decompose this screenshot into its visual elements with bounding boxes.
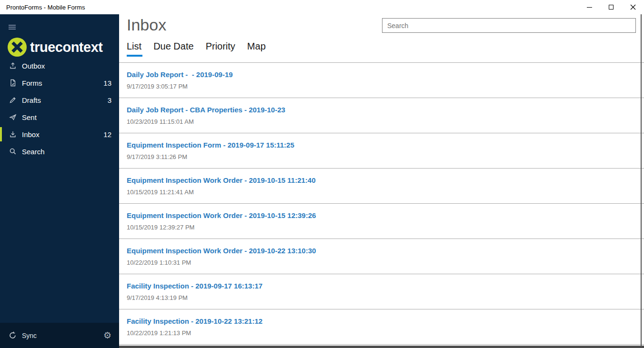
download-icon bbox=[9, 130, 17, 139]
inbox-list-item[interactable]: Equipment Inspection Form - 2019-09-17 1… bbox=[119, 133, 644, 169]
sidebar-item-sent[interactable]: Sent bbox=[0, 109, 119, 126]
form-timestamp: 9/17/2019 3:05:17 PM bbox=[127, 83, 644, 90]
form-title[interactable]: Facility Inspection - 2019-09-17 16:13:1… bbox=[127, 282, 644, 290]
form-title[interactable]: Daily Job Report - - 2019-09-19 bbox=[127, 70, 644, 79]
sidebar-item-inbox[interactable]: Inbox 12 bbox=[0, 126, 119, 143]
sidebar-item-forms[interactable]: Forms 13 bbox=[0, 74, 119, 91]
inbox-list-item[interactable]: Daily Job Report - - 2019-09-19 9/17/201… bbox=[119, 63, 644, 98]
form-timestamp: 9/17/2019 3:11:26 PM bbox=[127, 153, 644, 160]
inbox-header: Inbox List Due Date Priority Map bbox=[119, 14, 644, 62]
inbox-list: Daily Job Report - - 2019-09-19 9/17/201… bbox=[119, 62, 644, 345]
form-title[interactable]: Equipment Inspection Work Order - 2019-1… bbox=[127, 211, 644, 219]
form-timestamp: 10/22/2019 1:10:31 PM bbox=[127, 259, 644, 266]
form-timestamp: 10/15/2019 11:21:41 AM bbox=[127, 189, 644, 196]
nav-badge: 3 bbox=[108, 96, 111, 104]
sidebar-item-label: Forms bbox=[22, 79, 42, 87]
form-timestamp: 10/15/2019 12:39:27 PM bbox=[127, 224, 644, 231]
form-title[interactable]: Facility Inspection - 2019-10-22 13:21:1… bbox=[127, 317, 644, 325]
minimize-icon bbox=[587, 7, 592, 8]
inbox-list-item[interactable]: Equipment Inspection Work Order - 2019-1… bbox=[119, 239, 644, 274]
form-title[interactable]: Equipment Inspection Form - 2019-09-17 1… bbox=[127, 141, 644, 149]
nav-badge: 12 bbox=[103, 130, 111, 139]
close-icon bbox=[630, 4, 636, 10]
window-controls bbox=[578, 0, 644, 14]
window-titlebar: ProntoForms - Mobile Forms bbox=[0, 0, 644, 14]
sidebar-item-label: Inbox bbox=[22, 130, 40, 139]
hamburger-menu-icon[interactable] bbox=[9, 25, 16, 30]
truecontext-logo-icon bbox=[8, 38, 27, 57]
window-title: ProntoForms - Mobile Forms bbox=[0, 4, 85, 11]
close-button[interactable] bbox=[622, 0, 644, 14]
search-icon bbox=[9, 148, 17, 156]
sidebar-footer: Sync ⚙ bbox=[0, 323, 119, 348]
sidebar-item-label: Drafts bbox=[22, 96, 41, 104]
upload-icon bbox=[9, 62, 17, 70]
sidebar-item-label: Sent bbox=[22, 113, 37, 121]
search-input[interactable] bbox=[382, 18, 636, 33]
view-tabs: List Due Date Priority Map bbox=[127, 40, 266, 57]
tab-map[interactable]: Map bbox=[247, 40, 266, 57]
sidebar-item-drafts[interactable]: Drafts 3 bbox=[0, 91, 119, 109]
form-title[interactable]: Daily Job Report - CBA Properties - 2019… bbox=[127, 106, 644, 114]
maximize-icon bbox=[609, 5, 614, 10]
inbox-list-item[interactable]: Equipment Inspection Work Order - 2019-1… bbox=[119, 169, 644, 204]
sidebar-item-outbox[interactable]: Outbox bbox=[0, 57, 119, 74]
form-timestamp: 10/22/2019 1:21:13 PM bbox=[127, 329, 644, 337]
sync-label: Sync bbox=[22, 332, 37, 339]
gear-icon: ⚙ bbox=[103, 331, 111, 340]
pencil-icon bbox=[9, 96, 17, 104]
sidebar-item-label: Search bbox=[22, 148, 45, 156]
tab-due-date[interactable]: Due Date bbox=[153, 40, 194, 57]
tab-priority[interactable]: Priority bbox=[206, 40, 235, 57]
inbox-list-item[interactable]: Facility Inspection - 2019-10-22 13:21:1… bbox=[119, 309, 644, 345]
main-panel: Inbox List Due Date Priority Map Daily J… bbox=[119, 14, 644, 348]
page-title: Inbox bbox=[127, 16, 166, 33]
form-title[interactable]: Equipment Inspection Work Order - 2019-1… bbox=[127, 176, 644, 184]
sidebar-item-search[interactable]: Search bbox=[0, 143, 119, 160]
minimize-button[interactable] bbox=[578, 0, 600, 14]
sidebar: truecontext Outbox Forms 13 Drafts 3 Sen… bbox=[0, 14, 119, 348]
sidebar-nav: Outbox Forms 13 Drafts 3 Sent Inbox 12 S… bbox=[0, 57, 119, 160]
window-frame-bottom bbox=[119, 346, 644, 348]
inbox-list-item[interactable]: Facility Inspection - 2019-09-17 16:13:1… bbox=[119, 274, 644, 309]
nav-badge: 13 bbox=[103, 79, 111, 87]
maximize-button[interactable] bbox=[600, 0, 622, 14]
send-icon bbox=[9, 113, 17, 121]
sync-button[interactable]: Sync bbox=[9, 331, 37, 339]
form-timestamp: 9/17/2019 4:13:19 PM bbox=[127, 294, 644, 301]
tab-list[interactable]: List bbox=[127, 40, 141, 57]
truecontext-logo-text: truecontext bbox=[30, 40, 102, 55]
form-timestamp: 10/23/2019 11:15:01 AM bbox=[127, 118, 644, 125]
inbox-list-item[interactable]: Daily Job Report - CBA Properties - 2019… bbox=[119, 98, 644, 133]
sync-icon bbox=[9, 331, 17, 339]
truecontext-logo: truecontext bbox=[8, 37, 119, 57]
sidebar-item-label: Outbox bbox=[22, 62, 45, 70]
settings-button[interactable]: ⚙ bbox=[103, 331, 111, 340]
window-frame-right bbox=[641, 14, 642, 348]
inbox-list-item[interactable]: Equipment Inspection Work Order - 2019-1… bbox=[119, 204, 644, 239]
form-title[interactable]: Equipment Inspection Work Order - 2019-1… bbox=[127, 247, 644, 255]
form-icon bbox=[9, 79, 17, 87]
